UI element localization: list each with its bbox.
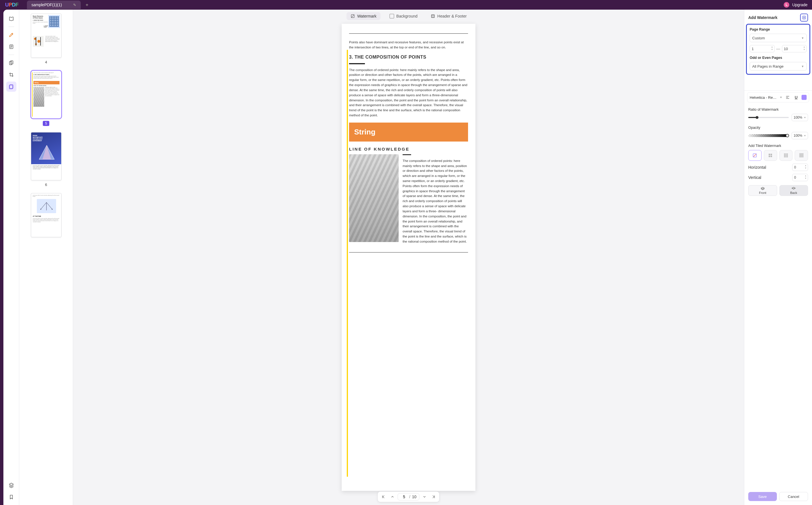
- architecture-image: [349, 154, 398, 242]
- tab-background[interactable]: Background: [385, 12, 422, 20]
- layers-tool[interactable]: [6, 480, 16, 490]
- spin-down-icon[interactable]: ▼: [771, 48, 773, 50]
- underline-button[interactable]: U: [793, 94, 799, 101]
- svg-rect-28: [784, 153, 785, 155]
- pencil-icon[interactable]: ✎: [73, 3, 76, 7]
- new-tab-button[interactable]: ＋: [85, 2, 89, 8]
- titlebar: UPDF samplePDF(1)(1) ✎ ＋ L Upgrade: [0, 0, 812, 10]
- horizontal-input[interactable]: 0 ▲▼: [792, 164, 808, 171]
- svg-rect-49: [799, 157, 800, 157]
- color-swatch[interactable]: [802, 95, 807, 100]
- thumbnail-page-6[interactable]: PRISM DECOMPOSITI ON SUNLIGHT EXPERIMENT…: [31, 132, 62, 180]
- spin-up-icon[interactable]: ▲: [771, 46, 773, 48]
- range-to-input[interactable]: 10 ▲▼: [782, 45, 807, 52]
- tile-none[interactable]: [748, 150, 762, 161]
- thumbnail-item[interactable]: Lorem ipsum dolor sit amet consectetur a…: [24, 193, 68, 237]
- document-viewport[interactable]: Points also have dominant and recessive …: [73, 21, 744, 505]
- svg-rect-25: [771, 154, 772, 155]
- workspace: Basic Elements of Plane Space 1. KNOW TH…: [3, 10, 812, 505]
- spin-up-icon[interactable]: ▲: [805, 175, 807, 177]
- doc-intro: Points also have dominant and recessive …: [349, 40, 468, 50]
- front-button[interactable]: Front: [748, 185, 777, 196]
- svg-line-11: [351, 15, 354, 17]
- document-tab-title: samplePDF(1)(1): [31, 3, 62, 7]
- svg-point-8: [40, 209, 41, 210]
- font-select[interactable]: Helvetica - Re… ▼: [750, 96, 782, 100]
- thumbnail-item[interactable]: Basic Elements of Plane Space 1. KNOW TH…: [24, 14, 68, 64]
- svg-point-9: [51, 209, 52, 210]
- save-button[interactable]: Save: [748, 492, 777, 501]
- svg-rect-48: [802, 155, 803, 156]
- ratio-label: Ratio of Watermark: [748, 108, 808, 112]
- thumbnail-number: 4: [24, 60, 68, 64]
- thumbnail-page-7[interactable]: Lorem ipsum dolor sit amet consectetur a…: [31, 193, 62, 237]
- panel-title: Add Watermark: [748, 15, 778, 20]
- spin-down-icon[interactable]: ▼: [805, 167, 807, 169]
- ratio-slider[interactable]: [748, 117, 789, 118]
- last-page-button[interactable]: [430, 493, 438, 501]
- tile-9[interactable]: [780, 150, 793, 161]
- align-button[interactable]: [785, 94, 791, 101]
- page-range-label: Page Range: [750, 27, 807, 31]
- upgrade-area[interactable]: L Upgrade: [784, 2, 810, 8]
- document-tab[interactable]: samplePDF(1)(1) ✎: [27, 1, 81, 9]
- thumbnail-item[interactable]: Lorem ipsum dolor sit amet consectetur a…: [24, 70, 68, 126]
- page-range-section: Page Range Custom ▼ 1 ▲▼ — 10 ▲▼ Odd or …: [746, 24, 810, 75]
- bookmark-tool[interactable]: [6, 492, 16, 502]
- apply-watermark-button[interactable]: [800, 14, 808, 21]
- annotate-tool[interactable]: [6, 30, 16, 40]
- svg-rect-34: [784, 156, 785, 157]
- pagetools-tool[interactable]: [6, 81, 16, 92]
- tab-header-footer[interactable]: Header & Footer: [427, 12, 471, 20]
- next-page-button[interactable]: [421, 493, 429, 501]
- svg-rect-37: [799, 153, 800, 154]
- opacity-value-select[interactable]: 100% ▼: [792, 132, 808, 139]
- thumbnail-page-4[interactable]: Basic Elements of Plane Space 1. KNOW TH…: [31, 14, 62, 58]
- spin-up-icon[interactable]: ▲: [805, 164, 807, 166]
- chevron-down-icon: ▼: [801, 36, 804, 40]
- highlight-stripe: [347, 50, 348, 477]
- prev-page-button[interactable]: [388, 493, 396, 501]
- spin-down-icon[interactable]: ▼: [805, 177, 807, 179]
- range-mode-select[interactable]: Custom ▼: [750, 34, 807, 42]
- header-footer-icon: [431, 14, 435, 18]
- organize-tool[interactable]: [6, 58, 16, 68]
- ratio-value-select[interactable]: 100% ▼: [792, 114, 808, 121]
- thumbnail-page-5[interactable]: Lorem ipsum dolor sit amet consectetur a…: [31, 70, 62, 119]
- chevron-down-icon: ▼: [780, 96, 782, 99]
- odd-even-select[interactable]: All Pages in Range ▼: [750, 62, 807, 70]
- thumbnail-number: 5: [24, 121, 68, 126]
- tab-watermark[interactable]: Watermark: [347, 12, 380, 20]
- top-tools: Watermark Background Header & Footer: [73, 10, 744, 21]
- edit-tool[interactable]: [6, 42, 16, 52]
- tile-4[interactable]: [764, 150, 777, 161]
- back-button[interactable]: Back: [780, 185, 808, 196]
- svg-rect-52: [802, 157, 803, 157]
- doc-heading: 3. THE COMPOSITION OF POINTS: [349, 55, 468, 60]
- svg-rect-44: [802, 154, 803, 155]
- page-navigator: / 10: [377, 491, 440, 502]
- cancel-button[interactable]: Cancel: [779, 492, 808, 501]
- svg-rect-42: [800, 154, 801, 155]
- spin-down-icon[interactable]: ▼: [803, 48, 805, 50]
- tile-16[interactable]: [795, 150, 808, 161]
- range-from-input[interactable]: 1 ▲▼: [750, 45, 775, 52]
- svg-rect-41: [799, 154, 800, 155]
- vertical-label: Vertical: [748, 175, 761, 180]
- spin-up-icon[interactable]: ▲: [803, 46, 805, 48]
- tiled-label: Add Tiled Watermark: [748, 144, 808, 148]
- thumbnail-item[interactable]: PRISM DECOMPOSITI ON SUNLIGHT EXPERIMENT…: [24, 132, 68, 187]
- vertical-input[interactable]: 0 ▲▼: [792, 174, 808, 181]
- opacity-slider[interactable]: [748, 134, 789, 137]
- upgrade-label: Upgrade: [792, 3, 807, 7]
- svg-rect-31: [784, 155, 785, 156]
- current-page-input[interactable]: [400, 495, 408, 499]
- crop-tool[interactable]: [6, 69, 16, 80]
- chevron-down-icon: ▼: [804, 116, 806, 119]
- reader-tool[interactable]: [6, 14, 16, 24]
- first-page-button[interactable]: [379, 493, 387, 501]
- avatar[interactable]: L: [784, 2, 789, 8]
- total-pages: 10: [412, 495, 417, 499]
- thumbnail-panel[interactable]: Basic Elements of Plane Space 1. KNOW TH…: [19, 10, 73, 505]
- svg-rect-24: [769, 154, 770, 155]
